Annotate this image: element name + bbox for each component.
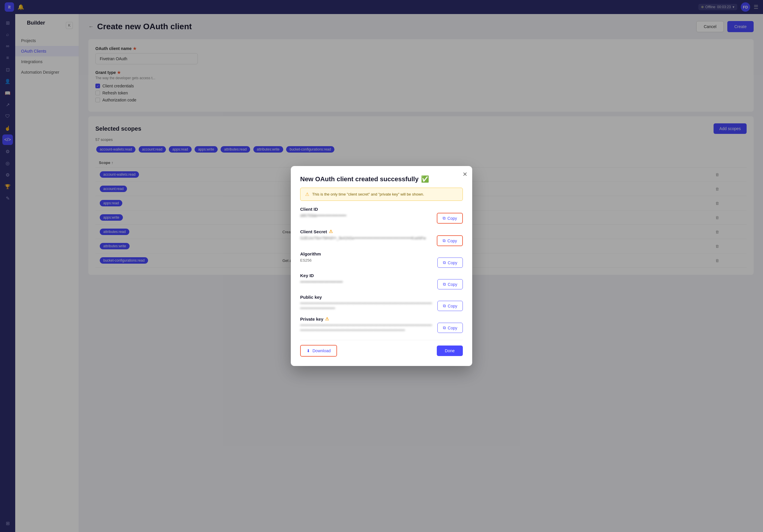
- private-key-value: ••••••••••••••••••••••••••••••••••••••••…: [300, 323, 433, 332]
- warning-icon-private-key: ⚠: [325, 316, 329, 321]
- modal-footer: ⬇ Download Done: [300, 340, 463, 357]
- copy-icon: ⧉: [443, 325, 446, 330]
- copy-icon: ⧉: [443, 260, 446, 265]
- copy-client-id-button[interactable]: ⧉ Copy: [437, 213, 463, 223]
- key-id-value: ••••••••••••••••••••••••••••••••: [300, 279, 433, 285]
- client-secret-label: Client Secret ⚠: [300, 229, 463, 234]
- algorithm-label: Algorithm: [300, 251, 463, 256]
- public-key-row: Public key •••••••••••••••••••••••••••••…: [300, 295, 463, 311]
- warning-icon-secret: ⚠: [329, 229, 333, 234]
- client-secret-content: G2EUnrT6n•7M•h9Y•_5k41NSe•••••••••••••••…: [300, 235, 432, 241]
- modal-overlay: ✕ New OAuth client created successfully …: [0, 0, 763, 532]
- success-icon: ✅: [421, 175, 429, 183]
- copy-client-secret-button[interactable]: ⧉ Copy: [437, 235, 463, 246]
- client-id-inner: d95755bb•••••••••••••••••••••• ⧉ Copy: [300, 213, 463, 223]
- download-button[interactable]: ⬇ Download: [300, 345, 337, 357]
- copy-icon: ⧉: [443, 216, 446, 221]
- warning-triangle-icon: ⚠: [305, 192, 309, 197]
- key-id-inner: •••••••••••••••••••••••••••••••• ⧉ Copy: [300, 279, 463, 289]
- algorithm-inner: ES256 ⧉ Copy: [300, 257, 463, 268]
- algorithm-value: ES256: [300, 257, 433, 263]
- public-key-content: ••••••••••••••••••••••••••••••••••••••••…: [300, 301, 433, 310]
- public-key-inner: ••••••••••••••••••••••••••••••••••••••••…: [300, 301, 463, 311]
- public-key-value: ••••••••••••••••••••••••••••••••••••••••…: [300, 301, 433, 310]
- success-modal: ✕ New OAuth client created successfully …: [291, 166, 472, 366]
- modal-title: New OAuth client created successfully ✅: [300, 175, 463, 183]
- download-icon: ⬇: [307, 348, 310, 353]
- copy-algorithm-button[interactable]: ⧉ Copy: [437, 257, 463, 268]
- client-secret-value: G2EUnrT6n•7M•h9Y•_5k41NSe•••••••••••••••…: [300, 235, 432, 241]
- client-id-value: d95755bb••••••••••••••••••••••: [300, 213, 432, 219]
- client-id-row: Client ID d95755bb••••••••••••••••••••••…: [300, 207, 463, 223]
- copy-public-key-button[interactable]: ⧉ Copy: [437, 301, 463, 311]
- warning-banner: ⚠ This is the only time "client secret" …: [300, 188, 463, 201]
- key-id-content: ••••••••••••••••••••••••••••••••: [300, 279, 433, 285]
- algorithm-row: Algorithm ES256 ⧉ Copy: [300, 251, 463, 268]
- copy-icon: ⧉: [443, 304, 446, 309]
- client-secret-row: Client Secret ⚠ G2EUnrT6n•7M•h9Y•_5k41NS…: [300, 229, 463, 246]
- client-id-content: d95755bb••••••••••••••••••••••: [300, 213, 432, 219]
- public-key-label: Public key: [300, 295, 463, 300]
- private-key-label: Private key ⚠: [300, 316, 463, 321]
- copy-key-id-button[interactable]: ⧉ Copy: [437, 279, 463, 289]
- copy-icon: ⧉: [443, 238, 446, 243]
- key-id-label: Key ID: [300, 273, 463, 278]
- warning-text: This is the only time "client secret" an…: [312, 192, 424, 197]
- private-key-inner: ••••••••••••••••••••••••••••••••••••••••…: [300, 323, 463, 333]
- key-id-row: Key ID •••••••••••••••••••••••••••••••• …: [300, 273, 463, 289]
- copy-private-key-button[interactable]: ⧉ Copy: [437, 323, 463, 333]
- modal-close-button[interactable]: ✕: [463, 171, 468, 178]
- copy-icon: ⧉: [443, 282, 446, 287]
- client-secret-inner: G2EUnrT6n•7M•h9Y•_5k41NSe•••••••••••••••…: [300, 235, 463, 246]
- done-button[interactable]: Done: [437, 345, 463, 356]
- private-key-row: Private key ⚠ ••••••••••••••••••••••••••…: [300, 316, 463, 333]
- algorithm-content: ES256: [300, 257, 433, 263]
- client-id-label: Client ID: [300, 207, 463, 212]
- private-key-content: ••••••••••••••••••••••••••••••••••••••••…: [300, 323, 433, 332]
